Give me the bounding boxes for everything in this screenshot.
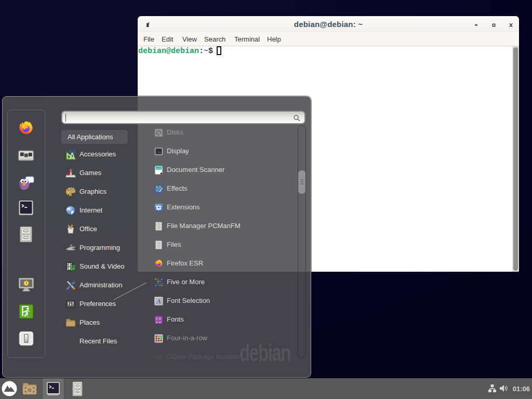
svg-text:A: A [156, 297, 161, 305]
svg-text:D: D [28, 388, 32, 393]
svg-text:a: a [159, 320, 161, 324]
